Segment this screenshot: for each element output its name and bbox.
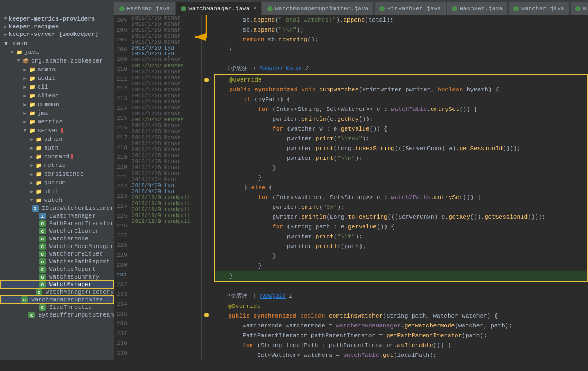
sidebar-item-watcherorbitset[interactable]: C WatcherOrBitSet	[0, 250, 114, 258]
sidebar-item-watchmanager[interactable]: C WatchManager	[0, 281, 114, 288]
code-line-232	[214, 282, 588, 292]
sidebar-item-watchermode[interactable]: C WatcherMode	[0, 235, 114, 243]
sidebar-item-watchespathreport[interactable]: C WatchesPathReport	[0, 258, 114, 265]
sidebar-item-server-quorum[interactable]: ▶ 📁 quorum	[0, 178, 114, 187]
gutter	[204, 15, 212, 360]
sidebar-item-server-metric[interactable]: ▶ 📁 metric	[0, 161, 114, 170]
tree-arrow-icon: ▶	[28, 163, 35, 169]
sidebar-item-watchermodemanager[interactable]: C WatcherModeManager	[0, 243, 114, 250]
line-numbers: 205 206 207 208 209 210 211 212 213 214 …	[114, 15, 132, 360]
code-line-208: }	[214, 45, 588, 54]
code-line-210: 1个用法 ↑ Mahadev Konar 2	[214, 64, 588, 74]
tab-nioservercnxn[interactable]: NIOServerCnxn.java	[571, 2, 588, 15]
tree-arrow-icon: ▶	[28, 180, 35, 186]
class-icon: C	[39, 258, 46, 265]
gutter-marker-235	[204, 310, 212, 320]
sidebar-item-common[interactable]: ▶ 📁 common	[0, 100, 114, 109]
sidebar-item-server-persistence[interactable]: ▶ 📁 persistence	[0, 170, 114, 178]
class-icon: C	[36, 289, 42, 295]
code-content[interactable]: 205 206 207 208 209 210 211 212 213 214 …	[114, 15, 588, 360]
folder-icon: 📁	[28, 118, 36, 126]
sidebar-item-server-admin[interactable]: ▶ 📁 admin	[0, 135, 114, 144]
code-line-214: for (Entry<String, Set<Watcher>> e : wat…	[215, 104, 587, 114]
tree-arrow-icon: ▶	[22, 67, 28, 73]
sidebar-item-audit[interactable]: ▶ 📁 audit	[0, 74, 114, 83]
sidebar-item-watchessummary[interactable]: C WatchesSummary	[0, 273, 114, 281]
sidebar-item-bluethrottle[interactable]: C BlueThrottle	[0, 304, 114, 311]
code-line-216: for (Watcher w : e.getValue()) {	[215, 124, 587, 134]
sidebar-item-watchesreport[interactable]: C WatchesReport	[0, 265, 114, 273]
sidebar-item-client[interactable]: ▶ 📁 client	[0, 91, 114, 100]
folder-icon: 📁	[35, 135, 42, 143]
code-line-218: pwriter.print(Long.toHexString(((ServerC…	[215, 144, 587, 153]
code-line-212: public synchronized void dumpWatches(Pri…	[215, 85, 587, 95]
folder-icon: 📁	[28, 83, 36, 91]
code-line-209	[214, 54, 588, 64]
sidebar-item-org-apache-zookeeper[interactable]: ▼ 📦 org.apache.zookeeper	[0, 57, 114, 65]
tab-hashmap[interactable]: HashMap.java	[114, 2, 175, 15]
class-icon: C	[21, 296, 28, 303]
sidebar-item-admin-top[interactable]: ▶ 📁 admin	[0, 65, 114, 74]
tab-watchmanageropt[interactable]: WatchManagerOptimized.java	[262, 2, 373, 15]
folder-icon: 📁	[28, 66, 36, 73]
folder-icon: 📁	[28, 101, 36, 108]
tab-bithashset[interactable]: BitHashSet.java	[375, 2, 446, 15]
code-line-206: sb.append("\\n");	[214, 25, 588, 35]
interface-icon: I	[32, 205, 39, 212]
sidebar-item-server-command[interactable]: ▶ 📁 command	[0, 152, 114, 161]
code-line-226: for (String path : e.getValue()) {	[215, 222, 587, 232]
code-line-227: pwriter.print("\\t");	[215, 232, 587, 242]
folder-icon: 📁	[35, 162, 42, 169]
code-line-220: }	[215, 163, 587, 173]
class-icon: C	[39, 274, 46, 280]
tab-close-icon[interactable]: ×	[253, 5, 256, 11]
sidebar-item-recipes[interactable]: ▶ keeper-recipes	[0, 23, 114, 30]
sidebar-item-iwatchmanager[interactable]: I IWatchManager	[0, 212, 114, 220]
sidebar-item-cli[interactable]: ▶ 📁 cli	[0, 83, 114, 91]
code-line-237: PathParentIterator pathParentIterator = …	[214, 331, 588, 341]
tree-arrow-icon: ▼	[9, 50, 15, 55]
tree-arrow-icon: ▼	[28, 197, 35, 203]
sidebar-item-watchmanagerfactory[interactable]: C WatchManagerFactory	[0, 288, 114, 296]
code-line-222: } else {	[215, 183, 587, 193]
sidebar-item-metrics-providers[interactable]: ▼ keeper-metrics-providers	[0, 15, 114, 23]
interface-icon: I	[39, 213, 46, 219]
sidebar-item-jmx[interactable]: ▶ 📁 jmx	[0, 109, 114, 118]
tree-arrow-icon: ▶	[28, 189, 35, 195]
class-icon: C	[39, 251, 46, 257]
gutter-marker-211	[204, 75, 212, 85]
tree-arrow-icon: ▼	[2, 16, 9, 22]
sidebar-item-metrics[interactable]: ▶ 📁 metrics	[0, 118, 114, 126]
tree-arrow-icon: ▶	[22, 102, 28, 108]
sidebar: ▼ keeper-metrics-providers ▶ keeper-reci…	[0, 15, 114, 360]
sidebar-item-ideadwatcher[interactable]: I IDeadWatcherListener	[0, 205, 114, 212]
sidebar-item-watchercleaner[interactable]: C WatcherCleaner	[0, 227, 114, 235]
sidebar-item-pathparent[interactable]: C PathParentIterator	[0, 220, 114, 227]
code-line-238: for (String localPath : pathParentIterat…	[214, 341, 588, 350]
sidebar-item-java[interactable]: ▼ 📁 java	[0, 48, 114, 57]
tree-arrow-icon: ▶	[22, 119, 28, 125]
code-line-234: @Override	[214, 301, 588, 311]
code-line-217: pwriter.print("\\t0x");	[215, 134, 587, 144]
class-icon: C	[39, 266, 46, 273]
folder-icon: 📁	[28, 109, 36, 117]
code-line-221: }	[215, 173, 587, 183]
code-lines: sb.append("Total watches:").append(total…	[212, 15, 588, 360]
code-line-211: @Override	[215, 75, 587, 85]
code-line-205: sb.append("Total watches:").append(total…	[214, 15, 588, 25]
tree-arrow-icon: ▼	[22, 128, 28, 133]
modified-indicator	[71, 154, 73, 159]
tree-arrow-icon: ▼	[15, 58, 22, 64]
sidebar-item-server-watch[interactable]: ▼ 📁 watch	[0, 196, 114, 205]
code-line-233: 4个用法 ↑ randgalt 1	[214, 292, 588, 301]
tab-hashset[interactable]: HashSet.java	[447, 2, 507, 15]
tab-watcher[interactable]: Watcher.java	[509, 2, 569, 15]
tab-watchmanager[interactable]: WatchManager.java ×	[176, 2, 261, 15]
sidebar-item-server-folder[interactable]: ▼ 📁 server	[0, 126, 114, 135]
sidebar-item-server[interactable]: ▶ keeper-server [zookeeper]	[0, 30, 114, 38]
sidebar-item-server-util[interactable]: ▶ 📁 util	[0, 187, 114, 196]
sidebar-item-bytebuffer[interactable]: C ByteBufferInputStream	[0, 311, 114, 319]
sidebar-item-server-auth[interactable]: ▶ 📁 auth	[0, 144, 114, 152]
sidebar-item-watchmanageropt[interactable]: C WatchManagerOptimize...	[0, 296, 114, 304]
gutter-dot	[204, 313, 209, 317]
